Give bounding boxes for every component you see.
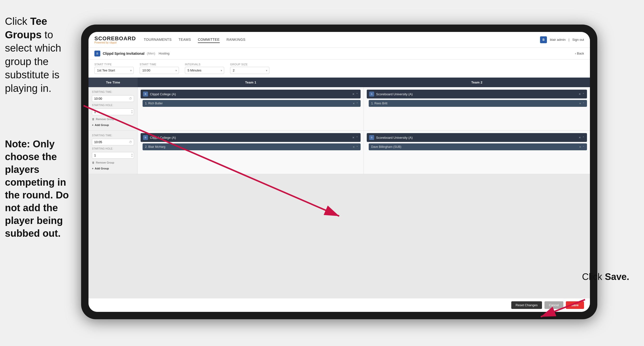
start-type-field: Start Type [94,63,134,74]
start-type-label: Start Type [94,63,134,66]
spinner-down[interactable]: ▼ [131,112,133,114]
team1-right: ✕ ⌃ [352,93,358,96]
g2team2-icon: S [369,135,374,140]
click-save-instruction: Click Save. [582,272,629,282]
player2-right: ✕ ⌃ [579,102,584,105]
group2-sub-player-block: Dave Billingham (SUB) ✕ ⌃ [369,143,587,150]
breadcrumb-bar: B Clippd Spring Invitational (Men) Hosti… [88,48,590,59]
g2team1-expand-icon[interactable]: ⌃ [356,136,358,139]
add-group-button[interactable]: + Add Group [92,123,134,127]
team1-expand-icon[interactable]: ⌃ [356,93,358,96]
group1-player1-block: 1. Rich Butler ✕ ⌃ [142,100,360,107]
group1-team2-block[interactable]: S Scoreboard University (A) ✕ ⌃ [367,90,587,98]
breadcrumb-icon: B [94,50,100,56]
group1-left: STARTING TIME: ⏱ STARTING HOLE: ▲ ▼ [88,87,138,130]
g2team2-remove-icon[interactable]: ✕ [578,136,581,139]
group1-team2-cell: S Scoreboard University (A) ✕ ⌃ 1. Rees … [364,87,590,130]
g2team1-left: B Clippd College (A) [143,135,176,140]
nav-rankings[interactable]: RANKINGS [227,36,246,43]
group-size-input[interactable] [230,67,270,74]
start-time-label: Start Time [140,63,179,66]
g2team1-remove-icon[interactable]: ✕ [352,136,354,139]
group1-hole-input[interactable] [92,108,134,115]
nav-links: TOURNAMENTS TEAMS COMMITTEE RANKINGS [144,36,540,43]
g2team1-right: ✕ ⌃ [352,136,358,139]
team2-remove-icon[interactable]: ✕ [578,93,581,96]
g2team2-expand-icon[interactable]: ⌃ [582,136,584,139]
group1-starting-hole-label: STARTING HOLE: [92,104,134,107]
group-size-field: Group Size [230,63,270,74]
spinner-down-2[interactable]: ▼ [131,155,133,158]
g2player1-expand-icon[interactable]: ⌃ [356,146,358,148]
player1-remove-icon[interactable]: ✕ [353,102,355,105]
team1-icon: B [143,92,148,96]
header-team2: Team 2 [364,78,590,87]
group1-team2-name: Scoreboard University (A) [376,92,413,96]
start-time-input[interactable] [140,67,179,74]
hole-spinner-2: ▲ ▼ [131,153,133,158]
group2-starting-hole-label: STARTING HOLE: [92,147,134,150]
nav-teams[interactable]: TEAMS [178,36,191,43]
start-type-input[interactable] [94,67,134,74]
start-time-field: Start Time [140,63,179,74]
g2player2-remove-icon[interactable]: ✕ [579,146,581,148]
intervals-input[interactable] [185,67,224,74]
cancel-button[interactable]: Cancel [544,301,563,309]
group2-hole-wrap: ▲ ▼ [92,152,134,159]
team2-right: ✕ ⌃ [578,93,584,96]
clock-icon-2: ⏱ [129,140,132,144]
team2-expand-icon[interactable]: ⌃ [582,93,584,96]
nav-tournaments[interactable]: TOURNAMENTS [144,36,172,43]
navbar: SCOREBOARD Powered by clippd TOURNAMENTS… [88,32,590,48]
player2-remove-icon[interactable]: ✕ [579,102,581,105]
table-header: Tee Time Team 1 Team 2 [88,78,590,87]
group1-hole-wrap: ▲ ▼ [92,108,134,115]
group2-team1-block[interactable]: B Clippd College (A) ✕ ⌃ [140,133,360,142]
g2player2-expand-icon[interactable]: ⌃ [582,146,584,148]
tee-table: Tee Time Team 1 Team 2 STARTING TIME: ⏱ … [88,78,590,174]
g2team2-left: S Scoreboard University (A) [369,135,413,140]
player2-expand-icon[interactable]: ⌃ [582,102,584,105]
back-button[interactable]: ‹ Back [575,51,584,55]
team1-left: B Clippd College (A) [143,92,176,96]
add-group-button-2[interactable]: + Add Group [92,166,134,170]
sign-out-link[interactable]: Sign out [572,38,584,41]
save-button[interactable]: Save [566,301,584,309]
remove-group-label-2: Remove Group [96,161,114,164]
nav-committee[interactable]: COMMITTEE [198,36,220,43]
group1-time-wrap: ⏱ [92,95,134,102]
group2-hole-input[interactable] [92,152,134,159]
group2-team1-name: Clippd College (A) [150,136,176,139]
group2-starting-time-label: STARTING TIME: [92,134,134,137]
group2-left: STARTING TIME: ⏱ STARTING HOLE: ▲ ▼ [88,131,138,174]
remove-group-button-2[interactable]: 🗑 Remove Group [92,161,134,165]
reset-changes-button[interactable]: Reset Changes [511,301,542,309]
breadcrumb-gender: (Men) [147,51,155,55]
group1-time-input[interactable] [92,95,134,102]
group2-player1-name: 2. Blair McHarg [145,145,166,149]
breadcrumb-hosting: Hosting [159,51,170,55]
tablet-device: SCOREBOARD Powered by clippd TOURNAMENTS… [81,24,597,319]
group2-time-wrap: ⏱ [92,139,134,145]
table-row: STARTING TIME: ⏱ STARTING HOLE: ▲ ▼ [88,87,590,131]
group-size-wrap [230,67,270,74]
trash-icon-2: 🗑 [92,161,95,164]
group2-team2-block[interactable]: S Scoreboard University (A) ✕ ⌃ [367,133,587,142]
footer-bar: Reset Changes Cancel Save [88,298,590,312]
hole-spinner: ▲ ▼ [131,110,133,114]
group2-team2-cell: S Scoreboard University (A) ✕ ⌃ Dave Bil… [364,131,590,174]
instruction-block: Click Tee Groups to select which group t… [0,15,81,95]
group1-player1-name: 1. Rich Butler [145,102,163,105]
g2player1-remove-icon[interactable]: ✕ [353,146,355,148]
header-tee-time: Tee Time [88,78,138,87]
team1-remove-icon[interactable]: ✕ [352,93,354,96]
group1-team1-block[interactable]: B Clippd College (A) ✕ ⌃ [140,90,360,98]
remove-group-button[interactable]: 🗑 Remove Group [92,117,134,121]
group1-starting-time-label: STARTING TIME: [92,91,134,93]
breadcrumb-left: B Clippd Spring Invitational (Men) Hosti… [94,50,170,56]
tee-grid: Tee Time Team 1 Team 2 STARTING TIME: ⏱ … [88,78,590,298]
user-name: blair admin [550,38,566,41]
player1-expand-icon[interactable]: ⌃ [356,102,358,105]
group2-time-input[interactable] [92,139,134,145]
breadcrumb-title: Clippd Spring Invitational [103,51,144,55]
